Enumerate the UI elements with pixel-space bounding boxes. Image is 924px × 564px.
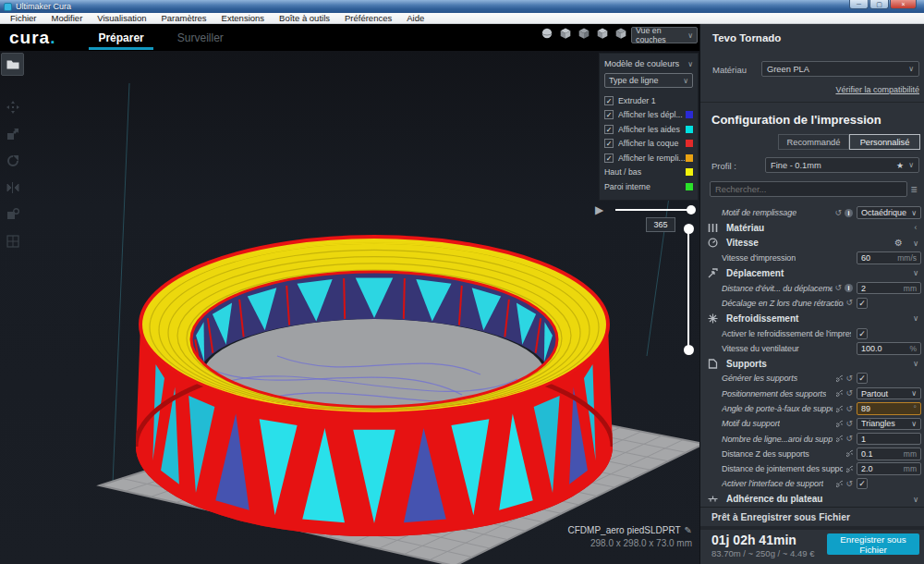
setting-row-vitesse-d-impression[interactable]: Vitesse d'impression60mm/s (700, 251, 924, 265)
setting-checkbox[interactable]: ✓ (857, 328, 868, 339)
rename-pencil-icon[interactable]: ✎ (685, 525, 692, 535)
setting-row-vitesse-du-ventilateur[interactable]: Vitesse du ventilateur100.0% (700, 341, 924, 356)
menu-item-parametres[interactable]: Paramètres (153, 13, 213, 24)
simulation-slider-handle[interactable] (687, 205, 696, 215)
setting-checkbox[interactable]: ✓ (857, 373, 868, 384)
viewport-3d-scene[interactable] (0, 51, 699, 564)
info-icon[interactable]: i (845, 284, 853, 292)
viewport-3d[interactable]: Modèle de couleurs ∨ Type de ligne ∨ ✓Ex… (0, 51, 699, 564)
layer-slider-bottom-handle[interactable] (684, 345, 694, 355)
setting-row-distance-z-des-supports[interactable]: Distance Z des supports0.1mm (700, 447, 924, 461)
view-mode-dropdown[interactable]: Vue en couches ∨ (631, 27, 698, 43)
setting-row-generer-les-supports[interactable]: Générer les supports↺✓ (700, 371, 924, 386)
reset-icon[interactable]: ↺ (845, 405, 853, 413)
legend-checkbox[interactable]: ✓ (604, 153, 614, 163)
setting-dropdown[interactable]: Octaédrique∨ (857, 206, 921, 219)
setting-row-nombre-de-ligne-aroi-du-support[interactable]: Nombre de ligne...aroi du support↺1 (700, 431, 924, 446)
menu-item-modifier[interactable]: Modifier (44, 13, 91, 24)
link-icon (845, 465, 853, 473)
legend-row: Paroi interne (604, 179, 693, 194)
setting-checkbox[interactable]: ✓ (857, 478, 868, 489)
menu-item-fichier[interactable]: Fichier (3, 13, 44, 24)
reset-icon[interactable]: ↺ (845, 435, 853, 443)
layer-slider-top-handle[interactable] (684, 224, 694, 234)
reset-icon[interactable]: ↺ (845, 299, 853, 307)
menu-item-extensions[interactable]: Extensions (214, 13, 272, 24)
front-view-icon[interactable] (559, 27, 572, 40)
legend-checkbox[interactable]: ✓ (604, 110, 614, 119)
setting-row-distance-d-evit-du-deplacement[interactable]: Distance d'évit... du déplacement↺i2mm (700, 280, 924, 295)
setting-dropdown[interactable]: Triangles∨ (857, 418, 921, 431)
tab-surveiller[interactable]: Surveiller (161, 24, 240, 51)
setting-input[interactable]: 100.0% (857, 342, 921, 355)
setting-row-decalage-en-z-lors-d-une-retraction[interactable]: Décalage en Z lors d'une rétraction↺✓ (700, 296, 924, 311)
setting-category-adherence-du-plateau[interactable]: Adhérence du plateau∨ (700, 492, 924, 507)
line-type-legend: ✓Extruder 1✓Afficher les dépl...✓Affiche… (604, 93, 693, 194)
link-icon (845, 449, 853, 458)
reset-icon[interactable]: ↺ (845, 480, 853, 488)
simulation-play-button[interactable]: ▶ (595, 203, 603, 216)
layer-range-slider[interactable] (687, 228, 689, 350)
machine-selector[interactable]: Tevo Tornado (712, 32, 781, 43)
setting-dropdown[interactable]: Partout∨ (857, 387, 921, 400)
setting-category-deplacement[interactable]: Déplacement∨ (700, 265, 924, 280)
setting-category-materiau[interactable]: Matériau‹ (700, 220, 924, 235)
gear-icon[interactable]: ⚙ (894, 238, 903, 248)
setting-row-positionnement-des-supports[interactable]: Positionnement des supports↺Partout∨ (700, 386, 924, 401)
left-view-icon[interactable] (596, 27, 609, 40)
right-view-icon[interactable] (614, 27, 627, 40)
legend-checkbox[interactable]: ✓ (604, 125, 614, 134)
chevron-down-icon: ∨ (910, 268, 921, 277)
3d-view-icon[interactable] (541, 27, 553, 40)
setting-input[interactable]: 89° (857, 402, 921, 415)
open-file-tool-button[interactable] (1, 53, 24, 76)
setting-row-activer-le-refroidissement-de-l-impression[interactable]: Activer le refroidissement de l'impressi… (700, 325, 924, 340)
setting-input[interactable]: 60mm/s (857, 251, 921, 264)
setting-row-distance-de-jointement-des-supports[interactable]: Distance de jointement des supports2.0mm (700, 461, 924, 476)
top-view-icon[interactable] (578, 27, 590, 40)
settings-menu-icon[interactable]: ≡ (907, 183, 920, 196)
setting-category-vitesse[interactable]: Vitesse⚙∨ (700, 236, 924, 251)
setting-input[interactable]: 2mm (857, 282, 921, 295)
setting-row-motif-du-support[interactable]: Motif du support↺Triangles∨ (700, 416, 924, 431)
setting-input[interactable]: 1 (857, 433, 921, 446)
line-type-dropdown[interactable]: Type de ligne ∨ (604, 73, 693, 88)
status-text: Prêt à Enregistrer sous Fichier (711, 512, 850, 522)
reset-icon[interactable]: ↺ (845, 420, 853, 428)
profile-dropdown[interactable]: Fine - 0.1mm ★ ∨ (765, 157, 919, 173)
maximize-button[interactable]: ▢ (869, 0, 889, 9)
tab-preparer[interactable]: Préparer (81, 24, 160, 51)
chevron-down-icon: ∨ (910, 239, 921, 248)
material-dropdown[interactable]: Green PLA ∨ (761, 61, 919, 77)
legend-checkbox[interactable]: ✓ (604, 96, 614, 105)
legend-checkbox[interactable]: ✓ (604, 139, 614, 148)
save-to-file-button[interactable]: Enregistrer sous Fichier (827, 533, 919, 555)
menu-item-aide[interactable]: Aide (399, 13, 432, 24)
setting-row-activer-l-interface-de-support[interactable]: Activer l'interface de support↺✓ (700, 476, 924, 491)
setting-category-supports[interactable]: Supports∨ (700, 356, 924, 371)
window-titlebar[interactable]: Ultimaker Cura ─ ▢ × (0, 0, 924, 13)
setting-checkbox[interactable]: ✓ (857, 298, 868, 309)
simulation-slider[interactable] (615, 209, 691, 211)
reset-icon[interactable]: ↺ (834, 284, 842, 292)
setting-category-refroidissement[interactable]: Refroidissement∨ (700, 311, 924, 325)
settings-search-input[interactable] (710, 181, 907, 197)
close-button[interactable]: × (890, 0, 917, 9)
menu-item-boite-a-outils[interactable]: Boîte à outils (272, 13, 337, 24)
info-icon[interactable]: i (845, 209, 853, 217)
reset-icon[interactable]: ↺ (834, 209, 842, 217)
tab-recommande[interactable]: Recommandé (778, 134, 849, 150)
minimize-button[interactable]: ─ (849, 0, 869, 9)
setting-input[interactable]: 0.1mm (857, 448, 921, 460)
menu-item-preferences[interactable]: Préférences (337, 13, 399, 24)
tab-personnalise[interactable]: Personnalisé (849, 134, 920, 150)
setting-input[interactable]: 2.0mm (857, 462, 921, 475)
setting-row-angle-de-porte-a-faux-de-support[interactable]: Angle de porte-à-faux de support↺89° (700, 401, 924, 416)
reset-icon[interactable]: ↺ (845, 374, 853, 383)
menu-item-visualisation[interactable]: Visualisation (90, 13, 153, 24)
compatibility-link[interactable]: Vérifier la compatibilité (835, 85, 919, 94)
reset-icon[interactable]: ↺ (845, 389, 853, 398)
setting-row-motif-de-remplissage[interactable]: Motif de remplissage↺iOctaédrique∨ (700, 205, 924, 220)
support-icon (708, 359, 721, 369)
color-scheme-dropdown[interactable]: Modèle de couleurs ∨ (604, 56, 693, 71)
